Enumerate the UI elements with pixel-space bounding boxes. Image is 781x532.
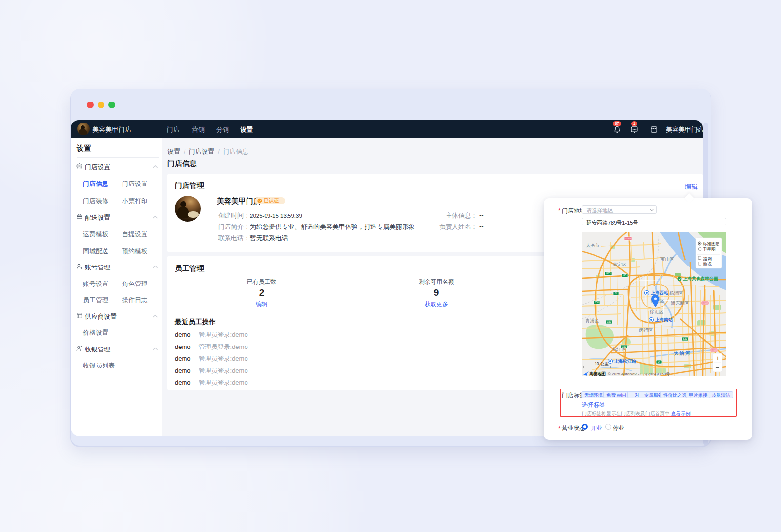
svg-text:+: + xyxy=(716,354,719,362)
svg-text:G1503: G1503 xyxy=(625,237,631,240)
svg-text:G50: G50 xyxy=(595,301,599,304)
svg-text:G1503: G1503 xyxy=(702,302,708,304)
svg-text:G5: G5 xyxy=(623,274,627,277)
svg-text:浦东新区: 浦东新区 xyxy=(670,300,689,306)
svg-text:G60: G60 xyxy=(607,321,611,323)
svg-text:上海松江站: 上海松江站 xyxy=(614,359,636,364)
svg-text:S32: S32 xyxy=(683,338,687,340)
svg-text:嘉定区: 嘉定区 xyxy=(613,262,627,267)
svg-text:S4: S4 xyxy=(658,361,660,363)
svg-text:松江区: 松江区 xyxy=(612,347,627,352)
svg-text:徐汇区: 徐汇区 xyxy=(649,309,664,314)
svg-text:上海西站: 上海西站 xyxy=(650,290,668,295)
svg-text:青浦区: 青浦区 xyxy=(585,318,599,323)
svg-text:太仓市: 太仓市 xyxy=(586,243,600,248)
svg-text:G1503: G1503 xyxy=(711,349,717,351)
svg-text:宝山区: 宝山区 xyxy=(660,256,675,262)
svg-text:上海共青森林公园: 上海共青森林公园 xyxy=(682,276,718,281)
svg-text:G2: G2 xyxy=(615,292,618,295)
svg-text:闵行区: 闵行区 xyxy=(639,327,653,333)
svg-text:路况: 路况 xyxy=(703,262,712,266)
svg-text:路网: 路网 xyxy=(703,256,712,261)
svg-text:−: − xyxy=(716,363,720,371)
svg-text:大 治 河: 大 治 河 xyxy=(674,350,690,356)
svg-text:标准图层: 标准图层 xyxy=(703,241,720,246)
svg-text:杨浦区: 杨浦区 xyxy=(669,290,683,296)
svg-text:卫星图: 卫星图 xyxy=(703,247,716,252)
svg-text:上海南站: 上海南站 xyxy=(655,317,673,322)
svg-text:G15: G15 xyxy=(606,272,611,275)
svg-text:高德地图: 高德地图 xyxy=(589,371,606,376)
svg-text:© 2025 AutoNavi - GS(2024)1158: © 2025 AutoNavi - GS(2024)1158号 xyxy=(608,372,670,376)
svg-text:10 公里: 10 公里 xyxy=(595,361,609,366)
